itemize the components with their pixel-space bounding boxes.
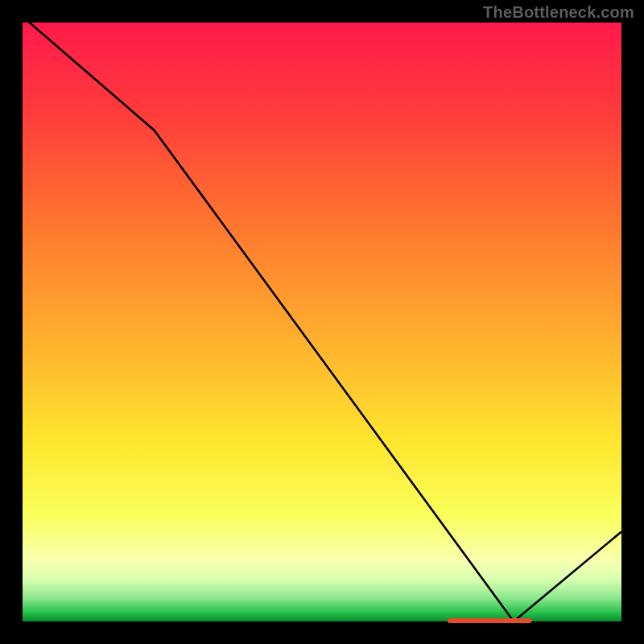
plot-background <box>23 23 621 621</box>
bottleneck-chart <box>0 0 644 644</box>
optimal-marker <box>448 618 531 623</box>
attribution-label: TheBottleneck.com <box>483 3 634 22</box>
chart-container: TheBottleneck.com <box>0 0 644 644</box>
